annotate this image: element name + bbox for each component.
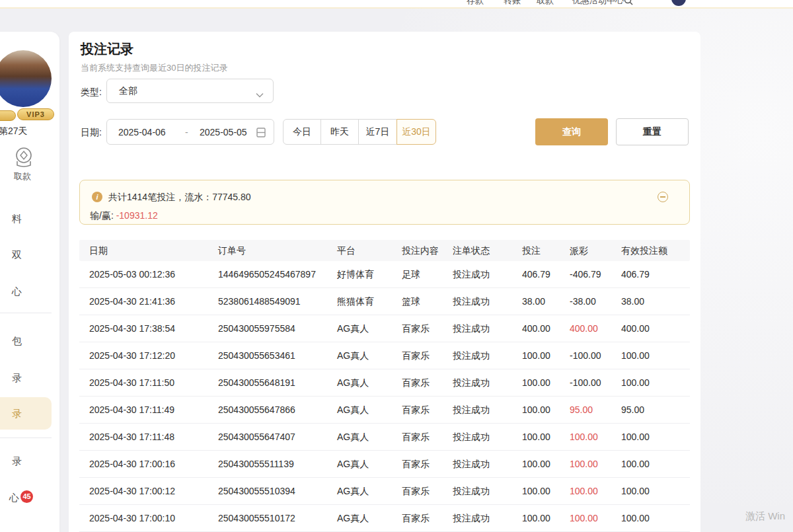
cell-bet: 100.00 — [512, 424, 560, 450]
sidebar-divider — [0, 313, 52, 313]
date-range-input[interactable]: 2025-04-06 - 2025-05-05 — [106, 119, 274, 145]
type-filter-label: 类型: — [81, 87, 102, 98]
cell-date: 2025-04-30 21:41:36 — [79, 288, 208, 315]
search-icon[interactable] — [624, 0, 633, 8]
sidebar-item-bet-records-label[interactable]: 录 — [12, 408, 22, 420]
cell-bet: 100.00 — [512, 478, 560, 504]
cell-platform: AG真人 — [327, 397, 392, 423]
cell-platform: AG真人 — [327, 369, 392, 396]
cell-content: 百家乐 — [392, 369, 443, 396]
cell-content: 百家乐 — [392, 505, 443, 531]
date-filter-label: 日期: — [81, 127, 102, 139]
cell-status: 投注成功 — [443, 261, 512, 287]
cell-order: 250430055653461 — [208, 342, 327, 369]
vip-level-badge: VIP3 — [17, 108, 54, 120]
cell-date: 2025-04-30 17:38:54 — [79, 315, 208, 342]
collapse-icon[interactable] — [658, 192, 668, 202]
type-select[interactable]: 全部 — [106, 79, 274, 103]
cell-order: 1446496505245467897 — [208, 261, 327, 287]
date-separator: - — [185, 127, 188, 137]
nav-withdraw[interactable]: 取款 — [537, 0, 554, 7]
cell-order: 250430055648191 — [208, 369, 327, 396]
cell-valid: 38.00 — [611, 288, 690, 315]
cell-payout: -38.00 — [560, 288, 611, 315]
cell-payout: -406.79 — [560, 261, 611, 287]
sidebar-item-center[interactable]: 心 — [12, 285, 22, 298]
cell-date: 2025-04-30 17:11:49 — [79, 397, 208, 423]
cell-status: 投注成功 — [443, 369, 512, 396]
membership-day-label: 第27天 — [0, 126, 28, 137]
cell-date: 2025-04-30 17:11:48 — [79, 424, 208, 450]
cell-bet: 100.00 — [512, 451, 560, 477]
range-30days-button[interactable]: 近30日 — [397, 119, 436, 145]
reset-button[interactable]: 重置 — [616, 118, 689, 145]
cell-content: 百家乐 — [392, 397, 443, 423]
user-avatar-mini[interactable] — [671, 0, 686, 6]
range-today-button[interactable]: 今日 — [283, 119, 321, 145]
search-button[interactable]: 查询 — [535, 118, 608, 145]
cell-status: 投注成功 — [443, 288, 512, 315]
sidebar-item-bet-records-active[interactable] — [0, 397, 52, 430]
nav-deposit[interactable]: 存款 — [467, 0, 484, 7]
cell-order: 250430055647407 — [208, 424, 327, 450]
cell-platform: 好博体育 — [327, 261, 392, 287]
date-start-value: 2025-04-06 — [118, 127, 166, 137]
cell-bet: 400.00 — [512, 315, 560, 342]
top-navbar: 存款 转账 取款 优惠活动中心 — [0, 0, 793, 9]
cell-content: 百家乐 — [392, 478, 443, 504]
cell-bet: 100.00 — [512, 505, 560, 531]
cell-status: 投注成功 — [443, 505, 512, 531]
sidebar-item-message-center[interactable]: 心 — [9, 492, 19, 504]
winloss-label: 输/赢: — [90, 210, 114, 221]
sidebar-item-record-1[interactable]: 录 — [12, 372, 22, 385]
page-title: 投注记录 — [81, 40, 133, 58]
cell-date: 2025-04-30 17:11:50 — [79, 369, 208, 396]
cell-date: 2025-05-03 00:12:36 — [79, 261, 208, 287]
cell-date: 2025-04-30 17:00:10 — [79, 505, 208, 531]
cell-content: 篮球 — [392, 288, 443, 315]
cell-valid: 100.00 — [611, 424, 690, 450]
cell-date: 2025-04-30 17:12:20 — [79, 342, 208, 369]
withdraw-icon[interactable] — [12, 147, 36, 172]
cell-valid: 100.00 — [611, 478, 690, 504]
sidebar-item-wallet[interactable]: 包 — [12, 335, 22, 348]
nav-transfer[interactable]: 转账 — [504, 0, 521, 7]
table-row: 2025-04-30 17:00:10 250430055510172 AG真人… — [79, 505, 690, 532]
col-header-order: 订单号 — [208, 240, 327, 261]
sidebar-item-2[interactable]: 双 — [12, 249, 22, 262]
withdraw-label[interactable]: 取款 — [14, 171, 31, 182]
unread-count-badge: 45 — [20, 490, 33, 503]
cell-valid: 406.79 — [611, 261, 690, 287]
cell-valid: 100.00 — [611, 451, 690, 477]
cell-order: 250430055510394 — [208, 478, 327, 504]
cell-content: 百家乐 — [392, 315, 443, 342]
cell-content: 百家乐 — [392, 342, 443, 369]
calendar-icon — [256, 128, 266, 140]
col-header-valid: 有效投注额 — [611, 240, 690, 261]
col-header-bet: 投注 — [512, 240, 560, 261]
range-7days-button[interactable]: 近7日 — [358, 119, 397, 145]
cell-status: 投注成功 — [443, 342, 512, 369]
cell-platform: AG真人 — [327, 505, 392, 531]
cell-bet: 406.79 — [512, 261, 560, 287]
bet-records-panel: 投注记录 当前系统支持查询最近30日的投注记录 类型: 全部 日期: 2025-… — [69, 32, 700, 532]
cell-payout: 100.00 — [560, 478, 611, 504]
cell-order: 250430055647866 — [208, 397, 327, 423]
cell-valid: 100.00 — [611, 369, 690, 396]
range-yesterday-button[interactable]: 昨天 — [321, 119, 359, 145]
cell-payout: 100.00 — [560, 451, 611, 477]
table-row: 2025-04-30 17:38:54 250430055975584 AG真人… — [79, 315, 690, 342]
col-header-date: 日期 — [79, 240, 208, 261]
table-header-row: 日期 订单号 平台 投注内容 注单状态 投注 派彩 有效投注额 — [79, 240, 690, 261]
cell-valid: 95.00 — [611, 397, 690, 423]
cell-status: 投注成功 — [443, 424, 512, 450]
sidebar-divider — [0, 437, 52, 438]
nav-promo-center[interactable]: 优惠活动中心 — [572, 0, 624, 7]
cell-status: 投注成功 — [443, 397, 512, 423]
chevron-down-icon — [256, 89, 264, 100]
sidebar-item-profile[interactable]: 料 — [12, 213, 22, 225]
sidebar-item-record-3[interactable]: 录 — [12, 455, 22, 468]
cell-order: 250430055975584 — [208, 315, 327, 342]
date-end-value: 2025-05-05 — [200, 127, 247, 137]
table-row: 2025-04-30 17:11:49 250430055647866 AG真人… — [79, 397, 690, 424]
